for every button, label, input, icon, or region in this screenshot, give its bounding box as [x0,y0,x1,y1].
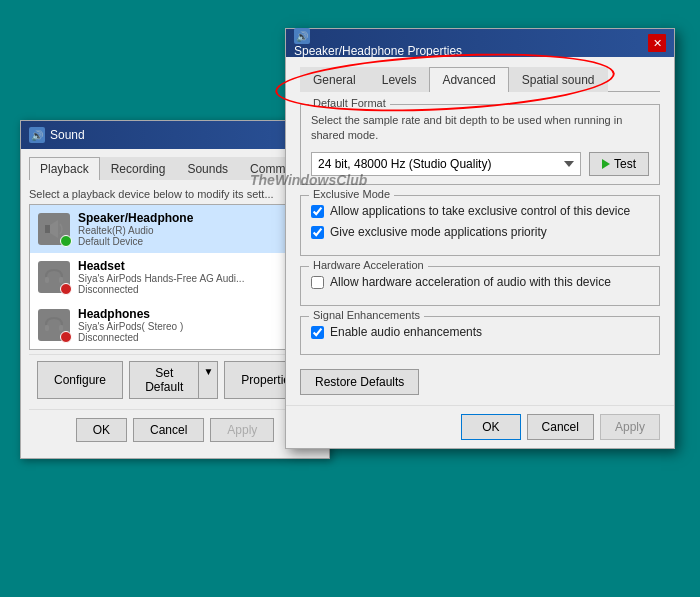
instruction-text: Select a playback device below to modify… [29,188,321,200]
hardware-check1-row: Allow hardware acceleration of audio wit… [311,275,649,291]
svg-rect-4 [45,325,49,331]
props-titlebar: 🔊 Speaker/Headphone Properties ✕ [286,29,674,57]
headset-icon [38,261,70,293]
svg-rect-5 [59,325,63,331]
hardware-accel-title: Hardware Acceleration [309,259,428,271]
play-icon [602,159,610,169]
device-sub1-speaker: Realtek(R) Audio [78,225,193,236]
sound-ok-button[interactable]: OK [76,418,127,442]
exclusive-check1[interactable] [311,205,324,218]
props-apply-button[interactable]: Apply [600,414,660,440]
props-footer: OK Cancel Apply [286,405,674,448]
set-default-split: Set Default ▼ [129,361,218,399]
status-badge-green [60,235,72,247]
exclusive-check1-label: Allow applications to take exclusive con… [330,204,630,220]
device-list: Speaker/Headphone Realtek(R) Audio Defau… [29,204,321,350]
sound-dialog-icon: 🔊 [29,127,45,143]
set-default-arrow[interactable]: ▼ [198,361,218,399]
exclusive-mode-title: Exclusive Mode [309,188,394,200]
svg-rect-0 [45,225,50,233]
sound-dialog-title: Sound [50,128,85,142]
tab-recording[interactable]: Recording [100,157,177,180]
status-badge-red-headset [60,283,72,295]
device-name-headphones: Headphones [78,307,183,321]
svg-rect-3 [59,277,63,283]
tab-playback[interactable]: Playback [29,157,100,180]
signal-enhancements-title: Signal Enhancements [309,309,424,321]
configure-button[interactable]: Configure [37,361,123,399]
props-icon: 🔊 [294,28,310,44]
sound-dialog-titlebar: 🔊 Sound [21,121,329,149]
exclusive-check1-row: Allow applications to take exclusive con… [311,204,649,220]
status-badge-red-headphones [60,331,72,343]
device-sub2-headset: Disconnected [78,284,244,295]
sound-dialog-content: Playback Recording Sounds Communications… [21,149,329,458]
props-dialog: 🔊 Speaker/Headphone Properties ✕ General… [285,28,675,449]
props-content: General Levels Advanced Spatial sound De… [286,57,674,405]
hardware-acceleration-group: Hardware Acceleration Allow hardware acc… [300,266,660,306]
svg-marker-1 [50,220,58,238]
restore-defaults-button[interactable]: Restore Defaults [300,369,419,395]
props-title: Speaker/Headphone Properties [294,44,462,58]
bottom-button-row: Configure Set Default ▼ Properties [29,354,321,405]
test-label: Test [614,157,636,171]
props-close-button[interactable]: ✕ [648,34,666,52]
device-sub2-speaker: Default Device [78,236,193,247]
test-button[interactable]: Test [589,152,649,176]
device-sub2-headphones: Disconnected [78,332,183,343]
set-default-button[interactable]: Set Default [129,361,198,399]
signal-check1-label: Enable audio enhancements [330,325,482,341]
device-item-speaker[interactable]: Speaker/Headphone Realtek(R) Audio Defau… [30,205,320,253]
signal-enhancements-group: Signal Enhancements Enable audio enhance… [300,316,660,356]
device-name-headset: Headset [78,259,244,273]
signal-check1[interactable] [311,326,324,339]
signal-check1-row: Enable audio enhancements [311,325,649,341]
sound-apply-button[interactable]: Apply [210,418,274,442]
device-sub1-headset: Siya's AirPods Hands-Free AG Audi... [78,273,244,284]
default-format-title: Default Format [309,97,390,109]
svg-rect-2 [45,277,49,283]
props-cancel-button[interactable]: Cancel [527,414,594,440]
watermark: TheWindowsClub [250,172,367,188]
device-name-speaker: Speaker/Headphone [78,211,193,225]
default-format-desc: Select the sample rate and bit depth to … [311,113,649,144]
tab-sounds[interactable]: Sounds [176,157,239,180]
exclusive-check2-label: Give exclusive mode applications priorit… [330,225,547,241]
props-tab-bar: General Levels Advanced Spatial sound [300,67,660,92]
hardware-check1[interactable] [311,276,324,289]
props-ok-button[interactable]: OK [461,414,520,440]
device-sub1-headphones: Siya's AirPods( Stereo ) [78,321,183,332]
exclusive-check2-row: Give exclusive mode applications priorit… [311,225,649,241]
dialog-footer-buttons: OK Cancel Apply [29,409,321,450]
device-item-headset[interactable]: Headset Siya's AirPods Hands-Free AG Aud… [30,253,320,301]
props-tab-advanced[interactable]: Advanced [429,67,508,92]
props-tab-spatial[interactable]: Spatial sound [509,67,608,92]
props-tab-levels[interactable]: Levels [369,67,430,92]
device-item-headphones[interactable]: Headphones Siya's AirPods( Stereo ) Disc… [30,301,320,349]
exclusive-check2[interactable] [311,226,324,239]
headphones-icon [38,309,70,341]
exclusive-mode-group: Exclusive Mode Allow applications to tak… [300,195,660,256]
speaker-icon [38,213,70,245]
hardware-check1-label: Allow hardware acceleration of audio wit… [330,275,611,291]
props-tab-general[interactable]: General [300,67,369,92]
sound-dialog: 🔊 Sound Playback Recording Sounds Commun… [20,120,330,459]
sound-cancel-button[interactable]: Cancel [133,418,204,442]
